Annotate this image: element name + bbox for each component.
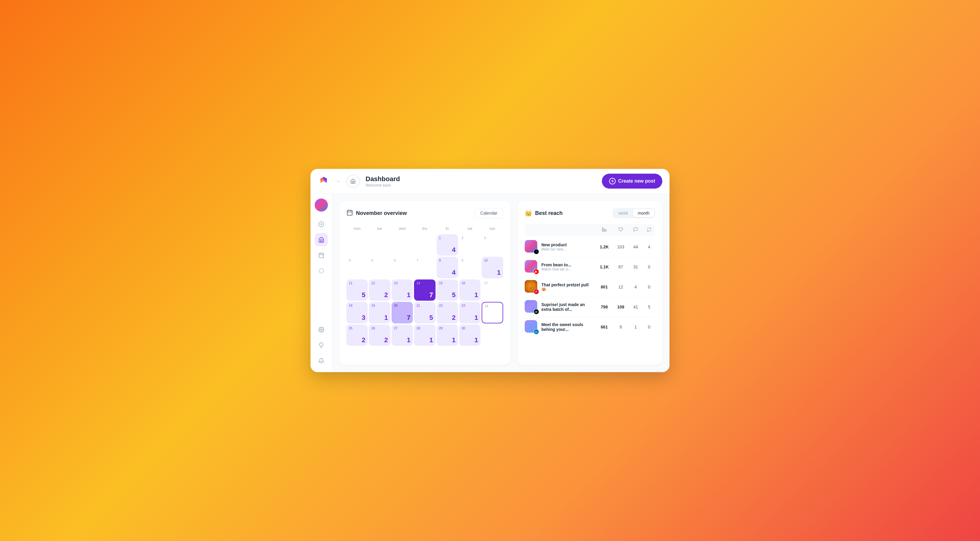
col-header-shares xyxy=(643,227,655,233)
sidebar-item-circle-dashed[interactable] xyxy=(315,264,328,278)
cal-cell-19[interactable]: 191 xyxy=(369,302,390,323)
platform-badge-youtube: ▶ xyxy=(534,269,539,274)
comments-val-3: 4 xyxy=(628,284,643,289)
calendar-card-header: November overview Calendar xyxy=(347,208,503,218)
calendar-title: November overview xyxy=(356,210,407,216)
reach-row-3: 🥨 P That perfect pretzel pull 🥨... 801 1… xyxy=(525,277,655,297)
reach-title: Best reach xyxy=(535,210,563,216)
calendar-grid: mon tue wed thu fri sat sun 14 2 3 xyxy=(347,224,503,346)
cal-cell-empty xyxy=(482,325,503,346)
cal-cell-10[interactable]: 101 xyxy=(482,257,503,278)
shares-val-2: 0 xyxy=(643,265,655,269)
top-bar: → Dashboard Welcome back + Create new po… xyxy=(310,169,670,194)
reach-card-header: 👑 Best reach week month xyxy=(525,208,655,218)
back-arrow-button[interactable]: → xyxy=(333,176,343,186)
cal-cell-14[interactable]: 147 xyxy=(414,279,435,301)
cal-cell-20[interactable]: 207 xyxy=(391,302,413,323)
cal-cell-empty xyxy=(391,234,413,255)
page-subtitle: Welcome back xyxy=(366,183,598,187)
post-text-info-3: That perfect pretzel pull 🥨... xyxy=(541,282,589,292)
sidebar-item-settings[interactable] xyxy=(315,323,328,336)
cal-cell-13[interactable]: 131 xyxy=(391,279,413,301)
post-info-4: @ Suprise! just made an extra batch of..… xyxy=(525,300,595,314)
avatar xyxy=(315,198,328,212)
tab-month[interactable]: month xyxy=(633,209,654,217)
cal-cell-28[interactable]: 281 xyxy=(414,325,435,346)
col-header-reach xyxy=(595,227,613,233)
likes-val-1: 103 xyxy=(613,244,628,249)
cal-cell-2[interactable]: 2 xyxy=(459,234,480,255)
reach-table: ♪ New product Meet our new... 1.2K 103 4… xyxy=(525,224,655,337)
calendar-card: November overview Calendar mon tue wed t… xyxy=(339,201,510,365)
calendar-view-button[interactable]: Calendar xyxy=(475,208,503,218)
sidebar-item-bell[interactable] xyxy=(315,354,328,367)
day-header-tue: tue xyxy=(369,224,390,233)
cal-cell-26[interactable]: 262 xyxy=(369,325,390,346)
day-header-sat: sat xyxy=(459,224,480,233)
cal-cell-16[interactable]: 161 xyxy=(459,279,480,301)
cal-cell-21[interactable]: 215 xyxy=(414,302,435,323)
sidebar-item-calendar[interactable] xyxy=(315,249,328,262)
cal-cell-27[interactable]: 271 xyxy=(391,325,413,346)
shares-val-5: 0 xyxy=(643,325,655,329)
post-text-info-5: Meet the sweet souls behing your... xyxy=(541,322,595,332)
shares-val-3: 0 xyxy=(643,284,655,289)
page-info: Dashboard Welcome back xyxy=(366,175,598,187)
post-info-5: in Meet the sweet souls behing your... xyxy=(525,320,595,334)
cal-cell-29[interactable]: 291 xyxy=(437,325,458,346)
day-header-mon: mon xyxy=(347,224,368,233)
cal-cell-23[interactable]: 231 xyxy=(459,302,480,323)
cal-cell-empty xyxy=(369,234,390,255)
cal-cell-4[interactable]: 4 xyxy=(347,257,368,278)
reach-row-5: in Meet the sweet souls behing your... 6… xyxy=(525,317,655,337)
cal-cell-18[interactable]: 183 xyxy=(347,302,368,323)
post-thumb-4: @ xyxy=(525,300,538,314)
cal-cell-17[interactable]: 17 xyxy=(482,279,503,301)
cal-cell-25[interactable]: 252 xyxy=(347,325,368,346)
sidebar-item-add[interactable] xyxy=(315,217,328,231)
post-thumb-3: 🥨 P xyxy=(525,280,538,294)
likes-val-4: 109 xyxy=(613,305,628,309)
post-info-3: 🥨 P That perfect pretzel pull 🥨... xyxy=(525,280,595,294)
platform-badge-threads: @ xyxy=(534,309,539,314)
svg-rect-19 xyxy=(606,230,606,232)
reach-row-1: ♪ New product Meet our new... 1.2K 103 4… xyxy=(525,237,655,257)
cal-cell-5[interactable]: 5 xyxy=(369,257,390,278)
likes-val-2: 87 xyxy=(613,265,628,269)
cal-cell-7[interactable]: 7 xyxy=(414,257,435,278)
sidebar-bottom xyxy=(315,323,328,367)
cal-cell-8[interactable]: 84 xyxy=(437,257,458,278)
post-text-info-4: Suprise! just made an extra batch of... xyxy=(541,302,595,312)
home-button[interactable] xyxy=(347,175,360,188)
reach-val-5: 661 xyxy=(595,325,613,329)
sidebar-item-home[interactable] xyxy=(315,233,328,246)
cal-cell-22[interactable]: 222 xyxy=(437,302,458,323)
tab-week[interactable]: week xyxy=(614,209,633,217)
reach-row-2: ▶ From bean to... Watch how we cr... 1.1… xyxy=(525,257,655,277)
cal-cell-30[interactable]: 301 xyxy=(459,325,480,346)
cal-cell-empty xyxy=(414,234,435,255)
tab-group: week month xyxy=(612,208,655,218)
cal-cell-12[interactable]: 122 xyxy=(369,279,390,301)
cal-cell-11[interactable]: 115 xyxy=(347,279,368,301)
sidebar-item-lightbulb[interactable] xyxy=(315,339,328,352)
platform-badge-tiktok: ♪ xyxy=(534,249,539,254)
cal-cell-1[interactable]: 14 xyxy=(437,234,458,255)
create-new-post-button[interactable]: + Create new post xyxy=(602,174,662,189)
svg-rect-7 xyxy=(319,253,323,258)
cal-cell-9[interactable]: 9 xyxy=(459,257,480,278)
shares-val-4: 5 xyxy=(643,305,655,309)
comments-val-2: 31 xyxy=(628,265,643,269)
platform-badge-pinterest: P xyxy=(534,289,539,294)
crown-icon: 👑 xyxy=(525,209,532,217)
reach-val-1: 1.2K xyxy=(595,244,613,249)
svg-rect-13 xyxy=(347,210,352,215)
best-reach-card: 👑 Best reach week month xyxy=(517,201,662,365)
app-logo xyxy=(318,175,330,187)
cal-cell-24[interactable]: 24 xyxy=(482,302,503,323)
cal-cell-6[interactable]: 6 xyxy=(391,257,413,278)
cal-cell-15[interactable]: 155 xyxy=(437,279,458,301)
calendar-header-left: November overview xyxy=(347,209,407,217)
reach-table-header xyxy=(525,224,655,236)
cal-cell-3[interactable]: 3 xyxy=(482,234,503,255)
